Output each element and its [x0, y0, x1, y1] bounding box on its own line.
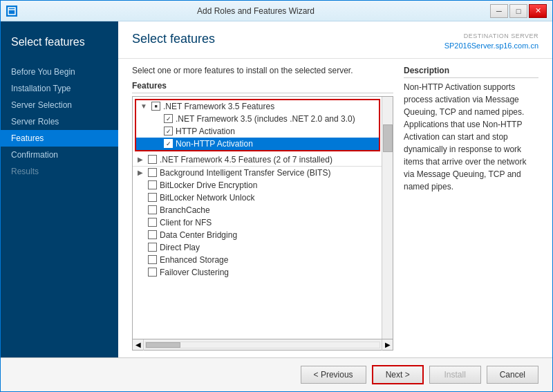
http-activation-label: HTTP Activation [176, 127, 235, 136]
server-name: SP2016Server.sp16.com.cn [444, 41, 538, 51]
close-button[interactable]: ✕ [529, 4, 547, 18]
tree-item-bitlocker-unlock[interactable]: ▶ BitLocker Network Unlock [133, 192, 393, 204]
horizontal-scroll-thumb[interactable] [146, 342, 180, 348]
bitlocker-label: BitLocker Drive Encryption [160, 180, 257, 190]
svg-rect-0 [8, 8, 15, 15]
tree-item-non-http-activation[interactable]: ▶ Non-HTTP Activation [136, 138, 379, 150]
features-label: Features [132, 81, 393, 93]
destination-server-info: DESTINATION SERVER SP2016Server.sp16.com… [444, 32, 538, 51]
page-title: Select features [132, 32, 215, 46]
sidebar-item-results: Results [1, 163, 118, 180]
direct-play-label: Direct Play [160, 243, 200, 252]
app-icon [6, 6, 17, 17]
wizard-window: Add Roles and Features Wizard ─ □ ✕ Sele… [0, 0, 553, 392]
tree-item-failover-clustering[interactable]: ▶ Failover Clustering [133, 266, 393, 279]
scroll-right-button[interactable]: ▶ [382, 339, 393, 351]
wizard-body: Select features Before You Begin Install… [1, 21, 552, 357]
tree-item-branchcache[interactable]: ▶ BranchCache [133, 204, 393, 216]
checkbox-bitlocker[interactable] [148, 180, 157, 189]
vertical-scrollbar[interactable] [382, 97, 393, 339]
failover-clustering-label: Failover Clustering [160, 268, 229, 277]
expand-icon-net45[interactable]: ▶ [135, 155, 145, 165]
destination-label: DESTINATION SERVER [444, 32, 538, 41]
checkbox-client-nfs[interactable] [148, 218, 157, 227]
checkbox-net35[interactable] [164, 114, 173, 123]
previous-button[interactable]: < Previous [301, 366, 366, 384]
instruction-text: Select one or more features to install o… [132, 66, 393, 75]
non-http-activation-label: Non-HTTP Activation [176, 139, 253, 149]
tree-item-bits[interactable]: ▶ Background Intelligent Transfer Servic… [133, 167, 393, 179]
bitlocker-unlock-label: BitLocker Network Unlock [160, 193, 254, 203]
tree-item-net35-features[interactable]: ▼ .NET Framework 3.5 Features [136, 100, 379, 113]
sidebar-item-server-selection[interactable]: Server Selection [1, 97, 118, 113]
sidebar: Select features Before You Begin Install… [1, 21, 118, 357]
checkbox-non-http-activation[interactable] [164, 139, 173, 148]
bits-label: Background Intelligent Transfer Service … [160, 168, 330, 178]
sidebar-item-features[interactable]: Features [1, 130, 118, 147]
description-text: Non-HTTP Activation supports process act… [404, 81, 538, 193]
checkbox-failover-clustering[interactable] [148, 268, 157, 277]
expand-icon-net35[interactable]: ▼ [139, 102, 149, 111]
enhanced-storage-label: Enhanced Storage [160, 255, 228, 265]
next-button[interactable]: Next > [372, 365, 424, 384]
tree-item-http-activation[interactable]: ▶ HTTP Activation [136, 125, 379, 138]
cancel-button[interactable]: Cancel [487, 366, 538, 384]
title-bar: Add Roles and Features Wizard ─ □ ✕ [1, 1, 552, 21]
net35-label: .NET Framework 3.5 (includes .NET 2.0 an… [176, 114, 355, 124]
content-header: Select features DESTINATION SERVER SP201… [118, 21, 552, 59]
features-tree[interactable]: ▼ .NET Framework 3.5 Features ▶ .NET Fra… [132, 96, 393, 339]
scroll-left-button[interactable]: ◀ [133, 339, 144, 351]
minimize-button[interactable]: ─ [490, 4, 508, 18]
tree-item-datacenter-bridging[interactable]: ▶ Data Center Bridging [133, 229, 393, 241]
description-panel: Description Non-HTTP Activation supports… [404, 66, 538, 351]
checkbox-net35-features[interactable] [151, 102, 160, 111]
net45-features-label: .NET Framework 4.5 Features (2 of 7 inst… [160, 155, 332, 165]
tree-item-net35[interactable]: ▶ .NET Framework 3.5 (includes .NET 2.0 … [136, 113, 379, 125]
scrollbar-thumb[interactable] [383, 124, 393, 152]
window-controls: ─ □ ✕ [490, 4, 547, 18]
horizontal-scroll-track[interactable] [145, 342, 380, 348]
checkbox-bits[interactable] [148, 168, 157, 177]
sidebar-item-confirmation[interactable]: Confirmation [1, 147, 118, 163]
checkbox-http-activation[interactable] [164, 127, 173, 136]
description-label: Description [404, 66, 538, 78]
expand-icon-bits[interactable]: ▶ [135, 168, 145, 178]
tree-item-net45-features[interactable]: ▶ .NET Framework 4.5 Features (2 of 7 in… [133, 153, 393, 167]
tree-item-enhanced-storage[interactable]: ▶ Enhanced Storage [133, 254, 393, 266]
client-nfs-label: Client for NFS [160, 218, 212, 227]
window-title: Add Roles and Features Wizard [21, 6, 490, 16]
datacenter-bridging-label: Data Center Bridging [160, 230, 237, 240]
checkbox-direct-play[interactable] [148, 243, 157, 252]
tree-item-client-nfs[interactable]: ▶ Client for NFS [133, 216, 393, 229]
content-body: Select one or more features to install o… [118, 59, 552, 357]
checkbox-net45-features[interactable] [148, 155, 157, 164]
main-content: Select features DESTINATION SERVER SP201… [118, 21, 552, 357]
wizard-footer: < Previous Next > Install Cancel [1, 357, 552, 391]
checkbox-bitlocker-unlock[interactable] [148, 193, 157, 202]
checkbox-enhanced-storage[interactable] [148, 255, 157, 264]
checkbox-datacenter-bridging[interactable] [148, 230, 157, 239]
tree-item-direct-play[interactable]: ▶ Direct Play [133, 241, 393, 254]
sidebar-item-installation-type[interactable]: Installation Type [1, 80, 118, 97]
maximize-button[interactable]: □ [509, 4, 527, 18]
checkbox-branchcache[interactable] [148, 205, 157, 214]
horizontal-scrollbar-container: ◀ ▶ [132, 339, 393, 351]
sidebar-item-server-roles[interactable]: Server Roles [1, 113, 118, 130]
sidebar-title: Select features [1, 35, 118, 64]
sidebar-item-before-you-begin[interactable]: Before You Begin [1, 64, 118, 80]
net35-features-label: .NET Framework 3.5 Features [163, 102, 274, 111]
install-button[interactable]: Install [429, 366, 481, 384]
features-panel: Select one or more features to install o… [132, 66, 393, 351]
tree-item-bitlocker[interactable]: ▶ BitLocker Drive Encryption [133, 179, 393, 192]
branchcache-label: BranchCache [160, 205, 210, 215]
